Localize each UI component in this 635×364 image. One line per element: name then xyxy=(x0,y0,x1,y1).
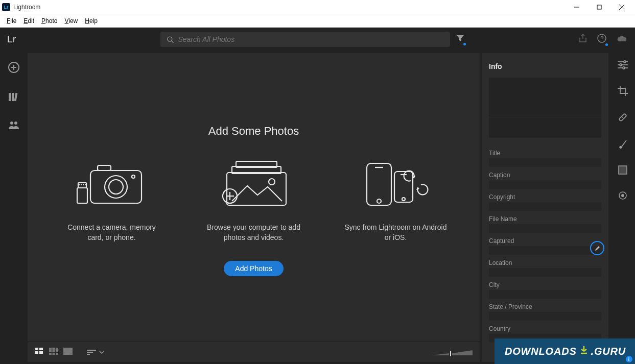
svg-line-68 xyxy=(622,140,626,147)
heal-button[interactable] xyxy=(618,112,628,125)
menu-file[interactable]: File xyxy=(3,17,20,25)
bottom-bar xyxy=(28,342,480,362)
field-city[interactable] xyxy=(489,290,601,299)
brush-icon xyxy=(618,139,628,149)
library-button[interactable] xyxy=(8,92,19,104)
svg-marker-59 xyxy=(452,350,473,355)
watermark-left: DOWNLOADS xyxy=(505,346,577,357)
onboarding-row: Connect a camera, memory card, or phone. xyxy=(61,156,447,242)
people-icon xyxy=(8,120,20,130)
field-filename[interactable] xyxy=(489,224,601,233)
minimize-button[interactable] xyxy=(566,0,588,14)
label-caption: Caption xyxy=(489,172,601,179)
field-captured[interactable] xyxy=(489,246,601,255)
info-panel: Info Title Caption Copyright File Name C… xyxy=(482,53,608,362)
onboard-cap-browse: Browse your computer to add photos and v… xyxy=(203,223,305,242)
app-icon: Lr xyxy=(2,3,10,11)
menu-view[interactable]: View xyxy=(61,17,81,25)
people-button[interactable] xyxy=(8,120,20,132)
menu-help[interactable]: Help xyxy=(81,17,101,25)
watermark: DOWNLOADS .GURU i xyxy=(495,338,635,364)
label-country: Country xyxy=(489,325,601,332)
label-copyright: Copyright xyxy=(489,193,601,201)
pencil-icon xyxy=(594,245,601,252)
onboard-card-sync: Sync from Lightroom on Android or iOS. xyxy=(345,156,447,242)
search-container[interactable] xyxy=(160,32,450,47)
gradient-button[interactable] xyxy=(618,165,627,177)
svg-rect-11 xyxy=(9,93,11,101)
view-grid-small[interactable] xyxy=(35,348,44,357)
share-button[interactable] xyxy=(579,34,587,45)
zoom-wedge-icon xyxy=(432,350,473,356)
svg-point-39 xyxy=(402,198,405,201)
plus-circle-icon xyxy=(8,61,20,74)
maximize-button[interactable] xyxy=(588,0,610,14)
field-copyright[interactable] xyxy=(489,202,601,211)
sort-icon xyxy=(87,349,96,355)
svg-point-14 xyxy=(10,122,13,125)
adjust-button[interactable] xyxy=(618,60,628,71)
filter-button[interactable] xyxy=(456,34,464,44)
menu-photo[interactable]: Photo xyxy=(38,17,61,25)
search-input[interactable] xyxy=(178,35,444,43)
svg-point-72 xyxy=(621,194,624,197)
share-icon xyxy=(579,34,587,43)
onboard-card-camera: Connect a camera, memory card, or phone. xyxy=(61,156,163,242)
radial-button[interactable] xyxy=(618,191,627,202)
field-caption[interactable] xyxy=(489,180,601,189)
edit-captured-button[interactable] xyxy=(590,241,604,255)
svg-rect-13 xyxy=(14,93,18,101)
add-photos-button[interactable]: Add Photos xyxy=(224,261,283,276)
grid-small-icon xyxy=(35,348,44,355)
svg-rect-12 xyxy=(12,93,14,101)
single-view-icon xyxy=(63,348,73,355)
funnel-icon xyxy=(456,34,464,42)
sort-button[interactable] xyxy=(87,349,104,355)
label-state: State / Province xyxy=(489,303,601,310)
crop-button[interactable] xyxy=(618,86,628,98)
svg-rect-40 xyxy=(35,348,38,350)
label-filename: File Name xyxy=(489,215,601,223)
help-icon: ? xyxy=(597,34,606,43)
view-single[interactable] xyxy=(63,348,73,357)
camera-icon xyxy=(76,161,148,207)
label-captured: Captured xyxy=(489,237,601,245)
svg-point-36 xyxy=(377,199,381,203)
bandage-icon xyxy=(618,112,628,123)
svg-rect-17 xyxy=(98,165,111,171)
logo: Lr xyxy=(7,34,16,45)
image-stack-icon xyxy=(221,160,287,207)
svg-rect-52 xyxy=(56,353,58,355)
search-icon xyxy=(167,36,174,43)
svg-rect-50 xyxy=(49,353,52,355)
help-button[interactable]: ? xyxy=(597,34,606,45)
onboard-cap-camera: Connect a camera, memory card, or phone. xyxy=(61,223,163,242)
svg-rect-1 xyxy=(597,5,601,9)
svg-marker-57 xyxy=(432,353,449,355)
field-state[interactable] xyxy=(489,312,601,321)
label-title: Title xyxy=(489,150,601,157)
brush-button[interactable] xyxy=(618,139,628,151)
info-bubble-icon: i xyxy=(626,356,632,362)
close-button[interactable] xyxy=(610,0,633,14)
field-location[interactable] xyxy=(489,268,601,277)
field-title[interactable] xyxy=(489,158,601,167)
svg-rect-42 xyxy=(35,351,38,354)
cloud-button[interactable] xyxy=(617,34,628,44)
svg-rect-44 xyxy=(49,348,52,350)
onboarding-heading: Add Some Photos xyxy=(208,125,299,138)
svg-rect-58 xyxy=(450,351,451,356)
add-button[interactable] xyxy=(8,61,20,76)
menu-edit[interactable]: Edit xyxy=(20,17,38,25)
download-arrow-icon xyxy=(579,345,589,358)
svg-text:?: ? xyxy=(600,35,603,41)
svg-rect-45 xyxy=(53,348,55,350)
zoom-slider[interactable] xyxy=(432,349,473,355)
help-indicator-dot xyxy=(605,43,608,46)
svg-line-5 xyxy=(172,41,174,43)
library-icon xyxy=(8,92,19,102)
label-city: City xyxy=(489,281,601,288)
svg-rect-53 xyxy=(63,348,73,355)
view-grid-large[interactable] xyxy=(49,348,58,357)
svg-point-67 xyxy=(622,117,623,118)
